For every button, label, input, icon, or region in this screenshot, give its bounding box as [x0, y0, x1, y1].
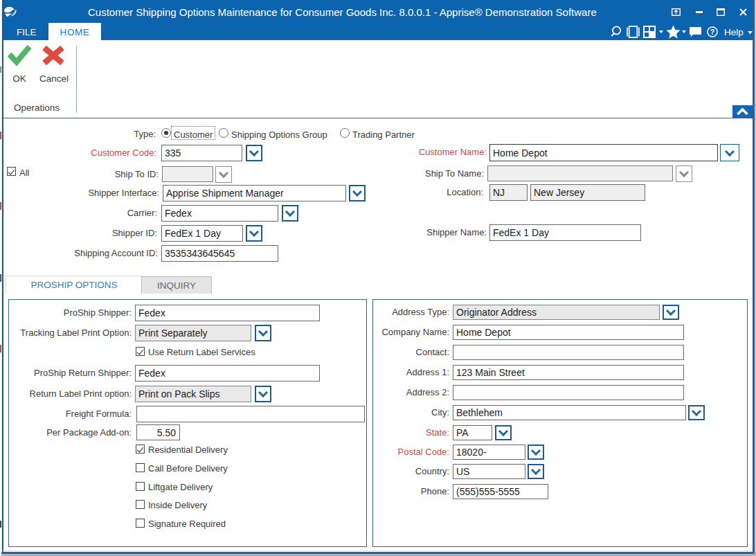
svg-text:?: ?: [710, 28, 714, 36]
